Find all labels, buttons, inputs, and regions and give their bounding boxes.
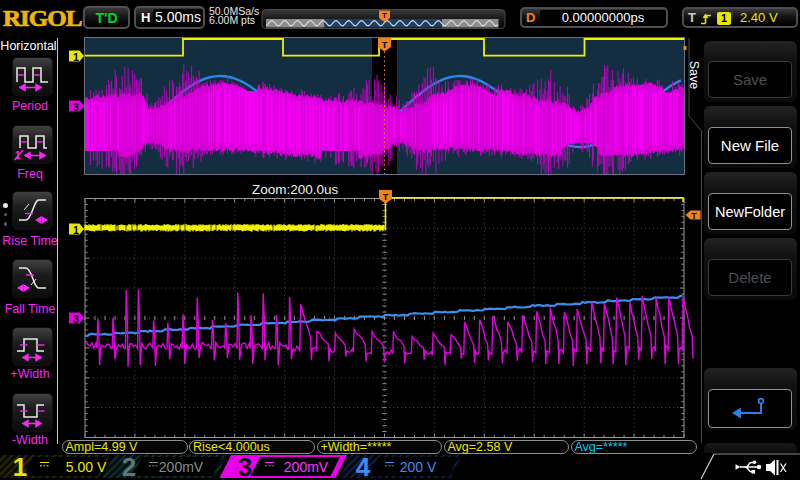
svg-text:3: 3: [238, 452, 252, 480]
svg-text:5.00 V: 5.00 V: [66, 459, 107, 475]
svg-text:2: 2: [122, 452, 136, 480]
svg-text:1: 1: [13, 452, 27, 480]
svg-text:T: T: [382, 11, 387, 20]
svg-text:T: T: [382, 40, 388, 50]
svg-text:200mV: 200mV: [159, 459, 204, 475]
svg-text:200 V: 200 V: [400, 459, 437, 475]
svg-text:3: 3: [73, 102, 79, 113]
svg-text:4: 4: [356, 452, 371, 480]
svg-text:T: T: [383, 192, 389, 202]
svg-text:3: 3: [73, 314, 79, 325]
svg-text:1: 1: [73, 52, 79, 63]
svg-text:200mV: 200mV: [284, 459, 329, 475]
svg-text:T: T: [691, 211, 697, 221]
svg-text:1: 1: [73, 225, 79, 236]
